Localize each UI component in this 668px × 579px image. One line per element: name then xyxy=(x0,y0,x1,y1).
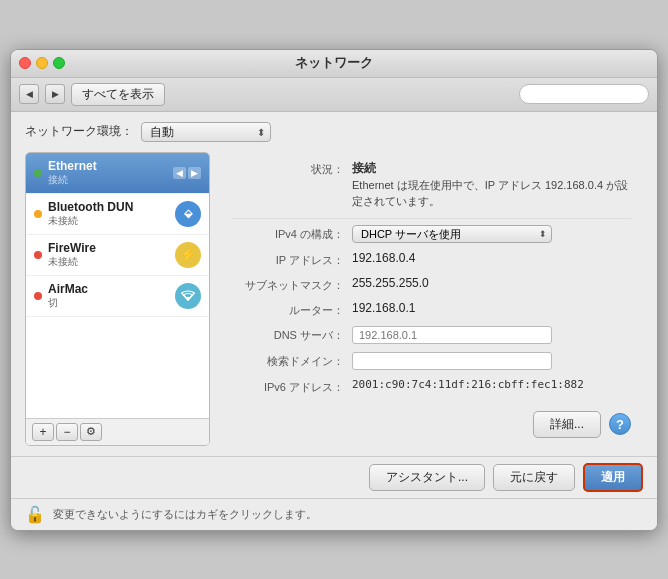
ethernet-status: 接続 xyxy=(48,173,173,187)
ipv4-label: IPv4 の構成： xyxy=(232,225,352,242)
left-arrow-icon: ◀ xyxy=(173,167,186,179)
right-arrow-icon: ▶ xyxy=(188,167,201,179)
revert-button[interactable]: 元に戻す xyxy=(493,464,575,491)
subnet-label: サブネットマスク： xyxy=(232,276,352,293)
status-value: 接続 xyxy=(352,161,376,175)
separator-1 xyxy=(232,218,631,219)
ip-value: 192.168.0.4 xyxy=(352,251,415,265)
airmac-text: AirMac 切 xyxy=(48,282,175,310)
content-area: ネットワーク環境： 自動 ⬍ Ethernet 接続 xyxy=(11,112,657,456)
status-dot-firewire xyxy=(34,251,42,259)
add-network-button[interactable]: + xyxy=(32,423,54,441)
search-domain-row: 検索ドメイン： xyxy=(232,352,631,370)
status-dot-bluetooth xyxy=(34,210,42,218)
lock-icon[interactable]: 🔓 xyxy=(25,505,45,524)
maximize-button[interactable] xyxy=(53,57,65,69)
forward-button[interactable]: ▶ xyxy=(45,84,65,104)
toolbar: ◀ ▶ すべてを表示 xyxy=(11,78,657,112)
titlebar: ネットワーク xyxy=(11,50,657,78)
network-preferences-window: ネットワーク ◀ ▶ すべてを表示 ネットワーク環境： 自動 ⬍ xyxy=(10,49,658,531)
sidebar: Ethernet 接続 ◀ ▶ Bluetooth DUN 未 xyxy=(25,152,210,446)
gear-menu-button[interactable]: ⚙ xyxy=(80,423,102,441)
detail-bottom-area: 詳細... ? xyxy=(232,411,631,438)
router-row: ルーター： 192.168.0.1 xyxy=(232,301,631,318)
sidebar-footer: + − ⚙ xyxy=(26,418,209,445)
status-value-area: 接続 Ethernet は現在使用中で、IP アドレス 192.168.0.4 … xyxy=(352,160,631,210)
router-label: ルーター： xyxy=(232,301,352,318)
env-row: ネットワーク環境： 自動 ⬍ xyxy=(25,122,643,142)
ip-label: IP アドレス： xyxy=(232,251,352,268)
search-domain-label: 検索ドメイン： xyxy=(232,352,352,369)
ipv4-row: IPv4 の構成： DHCP サーバを使用 ⬍ xyxy=(232,225,631,243)
subnet-row: サブネットマスク： 255.255.255.0 xyxy=(232,276,631,293)
subnet-value: 255.255.255.0 xyxy=(352,276,429,290)
main-panel: Ethernet 接続 ◀ ▶ Bluetooth DUN 未 xyxy=(25,152,643,446)
ip-row: IP アドレス： 192.168.0.4 xyxy=(232,251,631,268)
env-select[interactable]: 自動 xyxy=(141,122,271,142)
remove-network-button[interactable]: − xyxy=(56,423,78,441)
bluetooth-name: Bluetooth DUN xyxy=(48,200,175,214)
minimize-button[interactable] xyxy=(36,57,48,69)
lock-text: 変更できないようにするにはカギをクリックします。 xyxy=(53,507,643,522)
back-button[interactable]: ◀ xyxy=(19,84,39,104)
ipv6-label: IPv6 アドレス： xyxy=(232,378,352,395)
sidebar-list: Ethernet 接続 ◀ ▶ Bluetooth DUN 未 xyxy=(26,153,209,418)
window-title: ネットワーク xyxy=(295,54,373,72)
assistant-button[interactable]: アシスタント... xyxy=(369,464,485,491)
firewire-text: FireWire 未接続 xyxy=(48,241,175,269)
ipv4-select[interactable]: DHCP サーバを使用 xyxy=(352,225,552,243)
firewire-icon: ⚡ xyxy=(175,242,201,268)
nav-arrows: ◀ ▶ xyxy=(173,167,201,179)
firewire-status: 未接続 xyxy=(48,255,175,269)
bluetooth-status: 未接続 xyxy=(48,214,175,228)
sidebar-item-ethernet[interactable]: Ethernet 接続 ◀ ▶ xyxy=(26,153,209,194)
dns-row: DNS サーバ： xyxy=(232,326,631,344)
ipv4-select-wrapper: DHCP サーバを使用 ⬍ xyxy=(352,225,552,243)
status-row: 状況： 接続 Ethernet は現在使用中で、IP アドレス 192.168.… xyxy=(232,160,631,210)
firewire-name: FireWire xyxy=(48,241,175,255)
action-bar: アシスタント... 元に戻す 適用 xyxy=(11,456,657,498)
help-button[interactable]: ? xyxy=(609,413,631,435)
env-select-wrapper: 自動 ⬍ xyxy=(141,122,271,142)
ethernet-text: Ethernet 接続 xyxy=(48,159,173,187)
ipv6-row: IPv6 アドレス： 2001:c90:7c4:11df:216:cbff:fe… xyxy=(232,378,631,395)
bluetooth-text: Bluetooth DUN 未接続 xyxy=(48,200,175,228)
traffic-lights xyxy=(19,57,65,69)
ethernet-name: Ethernet xyxy=(48,159,173,173)
lock-row: 🔓 変更できないようにするにはカギをクリックします。 xyxy=(11,498,657,530)
router-value: 192.168.0.1 xyxy=(352,301,415,315)
airmac-status: 切 xyxy=(48,296,175,310)
status-dot-airmac xyxy=(34,292,42,300)
sidebar-item-firewire[interactable]: FireWire 未接続 ⚡ xyxy=(26,235,209,276)
status-dot-ethernet xyxy=(34,169,42,177)
status-label: 状況： xyxy=(232,160,352,177)
search-domain-input[interactable] xyxy=(352,352,552,370)
details-button[interactable]: 詳細... xyxy=(533,411,601,438)
bluetooth-icon: ⬙ xyxy=(175,201,201,227)
env-label: ネットワーク環境： xyxy=(25,123,133,140)
apply-button[interactable]: 適用 xyxy=(583,463,643,492)
status-description: Ethernet は現在使用中で、IP アドレス 192.168.0.4 が設定… xyxy=(352,179,628,208)
sidebar-item-bluetooth-dun[interactable]: Bluetooth DUN 未接続 ⬙ xyxy=(26,194,209,235)
airmac-icon xyxy=(175,283,201,309)
sidebar-item-airmac[interactable]: AirMac 切 xyxy=(26,276,209,317)
detail-panel: 状況： 接続 Ethernet は現在使用中で、IP アドレス 192.168.… xyxy=(220,152,643,446)
show-all-button[interactable]: すべてを表示 xyxy=(71,83,165,106)
airmac-name: AirMac xyxy=(48,282,175,296)
dns-label: DNS サーバ： xyxy=(232,326,352,343)
close-button[interactable] xyxy=(19,57,31,69)
search-input[interactable] xyxy=(519,84,649,104)
ipv6-value: 2001:c90:7c4:11df:216:cbff:fec1:882 xyxy=(352,378,584,391)
dns-input[interactable] xyxy=(352,326,552,344)
